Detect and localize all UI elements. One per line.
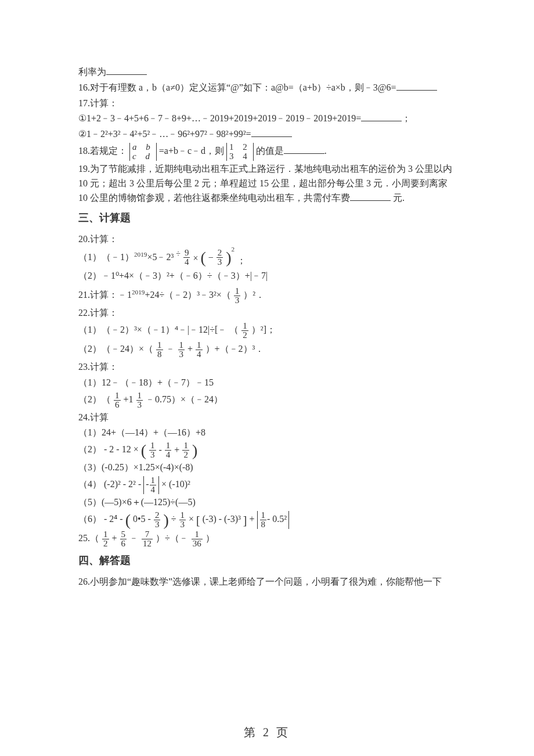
blank <box>361 111 402 121</box>
text: +1 <box>124 394 134 404</box>
exponent-2: 2 <box>232 246 235 253</box>
q24-part4: （4） (-2)² - 2² - -14 × (-10)² <box>78 476 456 494</box>
frac-2-3: 23 <box>217 249 223 267</box>
q15-tail: 利率为 <box>78 65 456 80</box>
frac-2-3: 23 <box>154 511 161 529</box>
q17-part1: ①1+2﹣3﹣4+5+6﹣7﹣8+9+…﹣2019+2019+2019﹣2019… <box>78 111 456 126</box>
plus: + <box>250 514 255 524</box>
text: ）÷（﹣ <box>156 533 189 543</box>
expr: - 2⁴ - <box>104 514 123 524</box>
text: 25.（ <box>78 533 99 543</box>
blank <box>284 144 324 154</box>
frac-1-2: 12 <box>182 441 189 459</box>
text: （ <box>229 325 239 334</box>
q23-part2: （2）（ 16 +1 13 ﹣0.75）×（﹣24） <box>78 391 456 409</box>
text: ）+（﹣2）³． <box>205 344 265 354</box>
det-row: 1 2 <box>229 143 251 152</box>
q20-head: 20.计算： <box>78 232 456 247</box>
frac-7-12: 712 <box>142 530 153 548</box>
lparen-icon: ( <box>141 441 146 459</box>
q22-part2: （2）（﹣24）×（ 18 ﹣ 13 + 14 ）+（﹣2）³． <box>78 341 456 359</box>
q25: 25.（ 12 + 56 ﹣ 712 ）÷（﹣ 136 ） <box>78 530 456 548</box>
text: 21.计算：﹣1 <box>78 290 132 300</box>
text: +24÷（﹣2）³﹣3²×（ <box>145 290 230 300</box>
frac-1-4: 14 <box>165 441 172 459</box>
determinant-abcd: a b c d <box>129 143 157 161</box>
blank <box>251 127 292 137</box>
q17-1-text: ①1+2﹣3﹣4+5+6﹣7﹣8+9+…﹣2019+2019+2019﹣2019… <box>78 113 361 123</box>
det-row: c d <box>132 152 154 161</box>
frac-1-3: 13 <box>179 511 186 529</box>
text: ）²． <box>243 290 265 300</box>
lparen-icon: ( <box>125 510 131 528</box>
q24-part3: （3）(-0.25）×1.25×(-4)×(-8) <box>78 460 456 475</box>
expr: 0•5 - <box>133 514 151 524</box>
abs: 18- 0.5² <box>257 511 290 529</box>
section-3-title: 三、计算题 <box>78 210 456 226</box>
rparen-icon: ) <box>226 249 231 267</box>
abs: -14 <box>143 476 159 494</box>
section-4-title: 四、解答题 <box>78 553 456 569</box>
label: （2） <box>78 444 102 454</box>
rbracket-icon: ] <box>243 513 247 526</box>
q23-head: 23.计算： <box>78 360 456 375</box>
q24-part1: （1）24+（—14）+（—16）+8 <box>78 426 456 440</box>
frac-1-36: 136 <box>192 530 203 548</box>
semicolon: ； <box>402 113 411 123</box>
frac-1-6: 16 <box>114 391 121 409</box>
page-number: 第 2 页 <box>0 723 534 741</box>
rparen-icon: ) <box>163 510 168 528</box>
exponent: 2019 <box>134 250 147 257</box>
q19-end: 元. <box>391 193 405 203</box>
text: ） <box>205 533 215 543</box>
q22-part1: （1）（﹣2）³×（﹣1）⁴﹣|﹣12|÷[﹣ （ 12 ）²]； <box>78 322 456 340</box>
q24-part6: （6） - 2⁴ - ( 0•5 - 23 ) ÷ 13 × [ (-3) - … <box>78 511 456 529</box>
frac-1-8: 18 <box>260 511 267 529</box>
text: （1）（﹣2）³×（﹣1）⁴﹣|﹣12|÷[﹣ <box>78 325 227 334</box>
mul: × <box>193 253 198 263</box>
frac-1-3: 13 <box>178 341 185 359</box>
exponent: 2019 <box>132 289 145 296</box>
semicolon: ； <box>237 255 246 265</box>
q23-part1: （1）12﹣（﹣18）+（﹣7）﹣15 <box>78 376 456 390</box>
det-row: a b <box>132 143 154 152</box>
frac-1-4: 14 <box>196 341 203 359</box>
q18-mid: =a+b﹣c﹣d，则 <box>159 146 224 156</box>
div: ÷ <box>171 514 176 524</box>
plus: + <box>187 344 193 354</box>
q18: 18.若规定： a b c d =a+b﹣c﹣d，则 1 2 3 4 的值是. <box>78 143 456 161</box>
q16-text: 16.对于有理数 a，b（a≠0）定义运算“@”如下：a@b=（a+b）÷a×b… <box>78 82 396 92</box>
text: （1）（﹣1） <box>78 252 134 262</box>
lbracket-icon: [ <box>196 513 200 526</box>
frac-1-3: 13 <box>149 441 156 459</box>
q19: 19.为了节能减排，近期纯电动出租车正式上路运行．某地纯电动出租车的运价为 3 … <box>78 162 456 205</box>
q24-head: 24.计算 <box>78 411 456 425</box>
blank <box>396 81 437 91</box>
q21: 21.计算：﹣12019+24÷（﹣2）³﹣3²×（ 13 ）²． <box>78 287 456 305</box>
q16: 16.对于有理数 a，b（a≠0）定义运算“@”如下：a@b=（a+b）÷a×b… <box>78 81 456 95</box>
text: （2）（﹣24）×（ <box>78 344 153 354</box>
rparen-icon: ) <box>192 441 197 459</box>
div: ÷ <box>176 250 181 258</box>
frac-1-4: 14 <box>150 476 157 494</box>
page: 利率为 16.对于有理数 a，b（a≠0）定义运算“@”如下：a@b=（a+b）… <box>0 0 534 756</box>
q17-head: 17.计算： <box>78 96 456 111</box>
text: ）²]； <box>251 325 276 334</box>
q24-part5: （5）(—5)×6＋(—125)÷(—5) <box>78 495 456 510</box>
minus: ﹣ <box>166 344 175 354</box>
q20-part1: （1）（﹣1）2019×5﹣2³ ÷ 94 × ( − 23 )2 ； <box>78 248 456 268</box>
q22-head: 22.计算： <box>78 306 456 321</box>
frac-9-4: 94 <box>183 249 190 267</box>
text: （2）（ <box>78 394 111 404</box>
determinant-1234: 1 2 3 4 <box>226 143 254 161</box>
label: （4） <box>78 479 102 489</box>
text: ﹣0.75）×（﹣24） <box>146 394 223 404</box>
plus: + <box>112 533 117 543</box>
q17-2-text: ②1﹣2²+3²﹣4²+5²﹣…﹣96²+97²﹣98²+99²= <box>78 129 251 139</box>
q18-post: 的值是 <box>256 146 284 156</box>
minus: ﹣ <box>129 533 139 543</box>
mul: × <box>189 514 194 524</box>
q24-part2: （2） - 2 - 12 × ( 13 - 14 + 12 ) <box>78 441 456 459</box>
expr: - 0.5² <box>267 514 287 524</box>
period: . <box>324 146 327 156</box>
